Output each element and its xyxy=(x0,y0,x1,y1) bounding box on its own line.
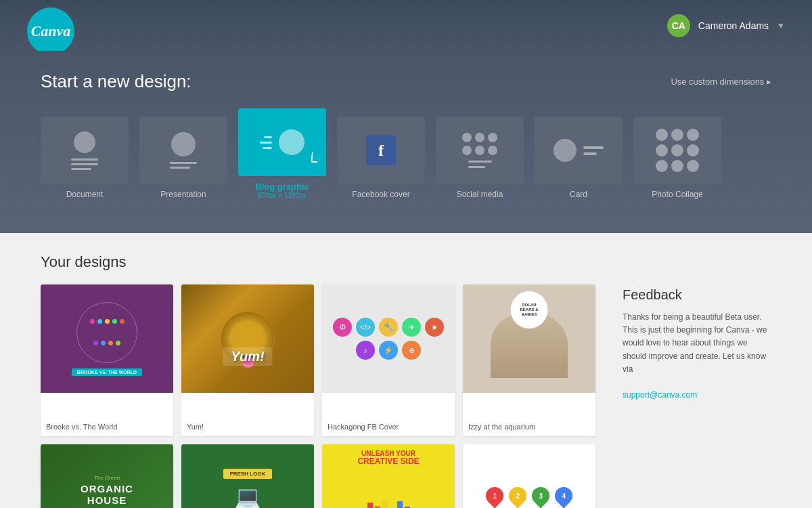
design-card-social-media[interactable]: Social media xyxy=(436,117,524,199)
design-card-card-label: Card xyxy=(570,190,587,199)
collage-dot-icon xyxy=(687,160,699,172)
design-item-izzy[interactable]: POLARBEARS &BABIES Izzy at the aquarium xyxy=(463,284,595,436)
design-item-hackagong[interactable]: ⚙ </> 🔧 ✈ ★ ♪ ⚡ ⊕ Hackagong FB Cover xyxy=(322,284,455,436)
design-card-blog-label: Blog graphic xyxy=(255,182,309,192)
logo[interactable]: Canva xyxy=(27,7,74,55)
hack-icon: </> xyxy=(356,318,375,337)
design-card-social-inner xyxy=(436,117,524,184)
cursor-icon xyxy=(311,152,318,163)
card-line-icon xyxy=(583,152,597,155)
design-item-unleash[interactable]: UNLEASH YOUR CREATIVE SIDE Canberra Coll… xyxy=(322,444,455,508)
design-thumbnail-organic: The Green ORGANICHOUSE NATURAL LIVING xyxy=(41,444,173,508)
design-card-presentation[interactable]: Presentation xyxy=(139,117,227,199)
designs-title: Your designs xyxy=(41,253,595,271)
line-icon xyxy=(468,161,492,163)
design-card-facebook-inner: f xyxy=(337,117,425,184)
design-thumbnail-izzy: POLARBEARS &BABIES xyxy=(463,284,595,417)
line-icon xyxy=(468,166,485,168)
brooke-banner: BROOKE VS. THE WORLD xyxy=(72,368,142,376)
line-icon xyxy=(170,167,190,169)
brooke-dot xyxy=(93,341,98,345)
user-area: CA Cameron Adams ▼ xyxy=(667,14,785,37)
design-item-organic[interactable]: The Green ORGANICHOUSE NATURAL LIVING xyxy=(41,444,173,508)
blog-circle-icon xyxy=(279,129,304,155)
design-card-document-label: Document xyxy=(66,190,104,199)
laptop-icon: 💻 xyxy=(234,484,261,509)
design-item-brooke[interactable]: BROOKE VS. THE WORLD Brooke vs. The Worl… xyxy=(41,284,173,436)
blog-line-icon xyxy=(263,147,272,149)
custom-dimensions-button[interactable]: Use custom dimensions ▸ xyxy=(671,77,771,87)
design-thumbnail-hackagong: ⚙ </> 🔧 ✈ ★ ♪ ⚡ ⊕ xyxy=(322,284,455,417)
social-dot-icon xyxy=(488,146,497,155)
designs-main: Your designs xyxy=(41,253,595,508)
hack-icon: ✈ xyxy=(402,318,421,337)
document-circle-icon xyxy=(74,131,95,153)
new-design-section: Start a new design: Use custom dimension… xyxy=(0,51,812,233)
design-card-presentation-inner xyxy=(139,117,227,184)
collage-dot-icon xyxy=(687,144,699,156)
design-card-facebook-cover[interactable]: f Facebook cover xyxy=(337,117,425,199)
design-thumbnail-brooke: BROOKE VS. THE WORLD xyxy=(41,284,173,417)
organic-title-text: ORGANICHOUSE xyxy=(81,484,133,506)
design-card-presentation-label: Presentation xyxy=(160,190,206,199)
design-card-card-inner xyxy=(535,117,623,184)
design-thumbnail-yum: 👅 Yum! xyxy=(181,284,314,417)
user-dropdown-button[interactable]: ▼ xyxy=(777,21,785,30)
document-lines-icon xyxy=(71,158,98,170)
design-item-hackagong-label: Hackagong FB Cover xyxy=(322,417,455,436)
social-grid-icon xyxy=(462,133,497,155)
collage-grid-icon xyxy=(656,129,699,172)
social-dot-icon xyxy=(488,133,497,142)
pencil xyxy=(382,499,388,508)
design-card-blog-inner xyxy=(238,108,326,176)
feedback-text: Thanks for being a beautiful Beta user. … xyxy=(623,311,771,402)
presentation-lines-icon xyxy=(170,162,197,169)
design-card-photo-collage[interactable]: Photo Collage xyxy=(633,117,721,199)
hack-icon: ♪ xyxy=(356,341,375,360)
brooke-dots xyxy=(87,312,127,353)
collage-dot-icon xyxy=(671,144,683,156)
collage-dot-icon xyxy=(656,160,668,172)
hack-icon: ⊕ xyxy=(402,341,421,360)
feedback-section: Feedback Thanks for being a beautiful Be… xyxy=(623,253,771,508)
design-card-document[interactable]: Document xyxy=(41,117,129,199)
design-card-social-label: Social media xyxy=(457,190,503,199)
design-card-blog-sublabel: 800px × 1200px xyxy=(258,192,306,199)
line-icon xyxy=(71,168,91,170)
line-icon xyxy=(71,163,98,165)
design-thumbnail-onetwo: 1 2 xyxy=(463,444,595,508)
feedback-title: Feedback xyxy=(623,287,771,303)
brooke-dot xyxy=(108,341,113,345)
thumb-onetwo: 1 2 xyxy=(463,444,595,508)
pencil xyxy=(367,503,373,508)
card-circle-icon xyxy=(554,139,577,162)
pin-number-3: 3 xyxy=(539,492,543,500)
design-item-yum-label: Yum! xyxy=(181,417,314,436)
design-card-card[interactable]: Card xyxy=(535,117,623,199)
organic-subtitle: The Green xyxy=(94,475,120,481)
yum-text: Yum! xyxy=(231,349,264,364)
design-thumbnail-fresh: FRESH LOOK 💻 xyxy=(181,444,314,508)
polar-badge: POLARBEARS &BABIES xyxy=(511,291,548,329)
design-item-fresh[interactable]: FRESH LOOK 💻 Fresh Look xyxy=(181,444,314,508)
thumb-fresh: FRESH LOOK 💻 xyxy=(181,444,314,508)
hack-icon: 🔧 xyxy=(379,318,398,337)
facebook-icon: f xyxy=(366,135,396,165)
thumb-brooke: BROOKE VS. THE WORLD xyxy=(41,284,173,393)
logo-text: Canva xyxy=(31,22,71,40)
design-item-yum[interactable]: 👅 Yum! Yum! xyxy=(181,284,314,436)
design-item-onetwo[interactable]: 1 2 xyxy=(463,444,595,508)
user-avatar: CA xyxy=(667,14,690,37)
pin-head-1: 1 xyxy=(482,484,508,508)
brooke-dot xyxy=(105,319,110,324)
pencil xyxy=(397,501,403,508)
feedback-support-link[interactable]: support@canva.com xyxy=(623,390,697,400)
map-pin-2: 2 xyxy=(509,487,526,508)
design-card-facebook-label: Facebook cover xyxy=(352,190,409,199)
thumb-organic: The Green ORGANICHOUSE NATURAL LIVING xyxy=(41,444,173,508)
header: Canva CA Cameron Adams ▼ xyxy=(0,0,812,51)
brooke-dot xyxy=(97,319,102,324)
presentation-circle-icon xyxy=(171,132,196,156)
blog-lines-group xyxy=(260,136,272,149)
design-card-blog-graphic[interactable]: Blog graphic 800px × 1200px xyxy=(238,108,326,199)
